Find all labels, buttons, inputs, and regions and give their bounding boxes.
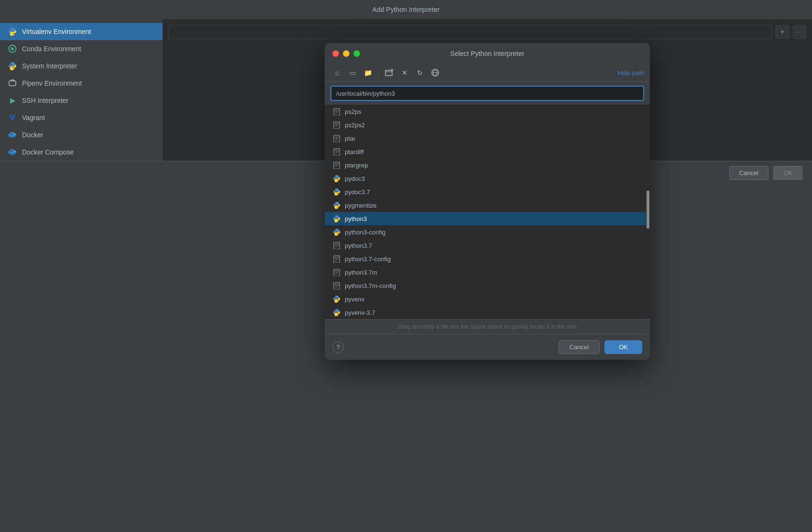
svg-rect-6 — [10, 132, 11, 133]
file-item-ps2ps[interactable]: ps2ps — [325, 105, 650, 118]
system-icon — [8, 61, 17, 71]
python3.7m-file-icon — [332, 268, 341, 277]
path-input-row — [325, 82, 650, 105]
hide-path-btn[interactable]: Hide path — [617, 69, 644, 77]
right-panel: ▼ ⋯ Select Python Interpreter ⌂ ▭ — [163, 19, 812, 161]
path-input[interactable] — [330, 86, 644, 101]
svg-rect-34 — [334, 243, 340, 249]
file-item-pyvenv-3.7[interactable]: pyvenv-3.7 — [325, 306, 650, 319]
close-toolbar-btn[interactable]: ✕ — [398, 67, 411, 78]
pipenv-icon — [8, 78, 17, 88]
folder-toolbar-btn[interactable]: 📁 — [361, 67, 374, 78]
select-interpreter-modal: Select Python Interpreter ⌂ ▭ 📁 — [325, 43, 650, 360]
sidebar-item-docker-compose[interactable]: Docker Compose — [0, 144, 163, 161]
network-toolbar-btn[interactable] — [428, 67, 442, 78]
python3-filename: python3 — [345, 215, 367, 222]
ps2ps-filename: ps2ps — [345, 108, 362, 115]
docker-compose-icon — [8, 147, 17, 157]
svg-rect-43 — [334, 283, 340, 289]
modal-title: Select Python Interpreter — [450, 50, 525, 57]
desktop-toolbar-btn[interactable]: ▭ — [346, 67, 359, 78]
sidebar: Virtualenv Environment Conda Environment… — [0, 19, 163, 161]
file-item-pydoc3.7[interactable]: pydoc3.7 — [325, 185, 650, 199]
file-item-python3-config[interactable]: python3-config — [325, 225, 650, 239]
file-item-python3.7m[interactable]: python3.7m — [325, 266, 650, 279]
file-item-python3.7[interactable]: python3.7 — [325, 239, 650, 252]
ptargrep-filename: ptargrep — [345, 162, 368, 169]
sidebar-item-docker[interactable]: Docker — [0, 126, 163, 144]
ptardiff-file-icon — [332, 147, 341, 156]
virtualenv-label: Virtualenv Environment — [22, 28, 91, 35]
svg-rect-40 — [334, 269, 340, 276]
pyvenv-file-icon — [332, 295, 341, 303]
vagrant-icon: V — [8, 113, 17, 122]
modal-title-bar: Select Python Interpreter — [325, 43, 650, 64]
pygmentize-file-icon — [332, 201, 341, 210]
pydoc3.7-file-icon — [332, 188, 341, 196]
svg-rect-19 — [334, 109, 340, 115]
minimize-traffic-light[interactable] — [343, 50, 350, 57]
python3.7-config-filename: python3.7-config — [345, 255, 391, 263]
python3.7-config-file-icon — [332, 255, 341, 263]
python3-config-filename: python3-config — [345, 229, 385, 236]
svg-rect-22 — [334, 122, 340, 129]
ps2ps2-filename: ps2ps2 — [345, 122, 365, 129]
python3.7-file-icon — [332, 241, 341, 250]
pyvenv-3.7-file-icon — [332, 308, 341, 317]
refresh-toolbar-btn[interactable]: ↻ — [413, 67, 427, 78]
sidebar-item-vagrant[interactable]: VVagrant — [0, 109, 163, 126]
ptar-file-icon — [332, 134, 341, 143]
modal-bottom: ? Cancel OK — [325, 334, 650, 360]
pyvenv-3.7-filename: pyvenv-3.7 — [345, 309, 375, 316]
maximize-traffic-light[interactable] — [353, 50, 360, 57]
new-folder-toolbar-btn[interactable] — [383, 67, 396, 78]
python3-config-file-icon — [332, 228, 341, 236]
python3.7m-config-file-icon — [332, 281, 341, 290]
svg-point-1 — [11, 47, 14, 50]
system-label: System Interpreter — [22, 62, 77, 70]
modal-action-buttons: Cancel OK — [559, 340, 642, 354]
file-item-python3.7m-config[interactable]: python3.7m-config — [325, 279, 650, 292]
outer-cancel-button[interactable]: Cancel — [729, 166, 768, 180]
sidebar-item-pipenv[interactable]: Pipenv Environment — [0, 75, 163, 92]
toolbar-sep-1 — [378, 68, 379, 78]
sidebar-item-system[interactable]: System Interpreter — [0, 57, 163, 75]
close-traffic-light[interactable] — [332, 50, 339, 57]
python3-file-icon — [332, 214, 341, 223]
file-item-pydoc3[interactable]: pydoc3 — [325, 172, 650, 185]
conda-label: Conda Environment — [22, 45, 81, 53]
docker-label: Docker — [22, 131, 43, 139]
pydoc3-filename: pydoc3 — [345, 175, 365, 182]
main-content: Virtualenv Environment Conda Environment… — [0, 19, 812, 161]
ps2ps-file-icon — [332, 107, 341, 116]
sidebar-item-virtualenv[interactable]: Virtualenv Environment — [0, 23, 163, 40]
file-item-pyvenv[interactable]: pyvenv — [325, 292, 650, 306]
file-item-ptar[interactable]: ptar — [325, 132, 650, 145]
pipenv-label: Pipenv Environment — [22, 79, 82, 87]
ssh-label: SSH Interpreter — [22, 97, 68, 104]
svg-rect-37 — [334, 256, 340, 263]
svg-rect-28 — [334, 149, 340, 155]
sidebar-item-conda[interactable]: Conda Environment — [0, 40, 163, 57]
modal-toolbar: ⌂ ▭ 📁 ✕ ↻ — [325, 64, 650, 82]
ps2ps2-file-icon — [332, 121, 341, 129]
file-item-python3.7-config[interactable]: python3.7-config — [325, 252, 650, 266]
outer-ok-button[interactable]: OK — [773, 166, 802, 180]
file-list[interactable]: ps2ps ps2ps2 ptar ptardiff ptargrep pydo… — [325, 105, 650, 319]
svg-rect-25 — [334, 135, 340, 142]
drag-hint: Drag and drop a file into the space abov… — [325, 319, 650, 334]
ssh-icon: ▶ — [8, 96, 17, 105]
svg-rect-2 — [9, 81, 16, 86]
help-button[interactable]: ? — [332, 342, 344, 353]
title-bar: Add Python Interpreter — [0, 0, 812, 19]
file-item-ptardiff[interactable]: ptardiff — [325, 145, 650, 158]
home-toolbar-btn[interactable]: ⌂ — [330, 67, 344, 78]
file-item-ptargrep[interactable]: ptargrep — [325, 158, 650, 172]
file-item-ps2ps2[interactable]: ps2ps2 — [325, 118, 650, 132]
sidebar-item-ssh[interactable]: ▶SSH Interpreter — [0, 92, 163, 109]
modal-ok-button[interactable]: OK — [604, 340, 642, 354]
file-item-python3[interactable]: python3 — [325, 212, 650, 225]
modal-cancel-button[interactable]: Cancel — [559, 340, 600, 354]
file-item-pygmentize[interactable]: pygmentize — [325, 199, 650, 212]
docker-icon — [8, 130, 17, 140]
